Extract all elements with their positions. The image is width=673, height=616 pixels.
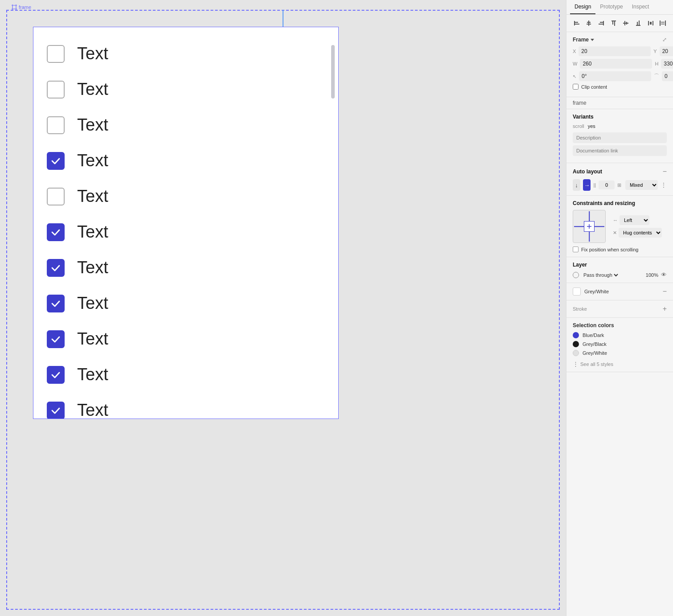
blend-mode-icon <box>573 272 579 278</box>
variants-value: yes <box>588 123 595 129</box>
corner-input[interactable] <box>662 71 673 81</box>
tab-design[interactable]: Design <box>570 0 595 14</box>
checklist-item: Text <box>47 214 325 250</box>
svg-rect-23 <box>661 22 665 23</box>
grey-black-swatch[interactable] <box>573 341 579 347</box>
checkbox-11[interactable] <box>47 402 65 419</box>
grey-white-swatch[interactable] <box>573 350 579 356</box>
h-constraint-select[interactable]: Left Right Center Scale Stretch <box>620 215 649 225</box>
svg-rect-16 <box>637 22 638 25</box>
checkbox-4[interactable] <box>47 152 65 170</box>
checklist-item: Text <box>47 36 325 72</box>
checklist: TextTextText TextText Text Text Text Tex… <box>33 27 338 419</box>
checklist-item: Text <box>47 393 325 419</box>
clip-content-checkbox[interactable] <box>573 84 579 90</box>
svg-rect-0 <box>574 21 575 25</box>
fill-swatch[interactable] <box>573 287 581 296</box>
auto-layout-collapse[interactable]: − <box>663 168 667 176</box>
y-input[interactable] <box>660 46 673 56</box>
fill-remove-btn[interactable]: − <box>663 287 667 296</box>
checkbox-1[interactable] <box>47 45 65 63</box>
svg-rect-21 <box>660 21 661 26</box>
item-label-7: Text <box>77 258 108 277</box>
see-all-styles-link[interactable]: ⋮ See all 5 styles <box>573 359 667 367</box>
canvas-area: frame TextTextText TextText Text Text Te… <box>0 0 566 616</box>
blue-dark-swatch[interactable] <box>573 332 579 338</box>
tab-prototype[interactable]: Prototype <box>595 0 627 14</box>
align-right-btn[interactable] <box>596 18 606 28</box>
distribute-h-btn[interactable] <box>646 18 656 28</box>
checkbox-3[interactable] <box>47 116 65 134</box>
checkbox-9[interactable] <box>47 330 65 348</box>
frame-section: Frame ⤢ X Y W H ↖ ⌒ ⊹ Clip content <box>566 32 673 97</box>
y-label: Y <box>653 49 657 54</box>
fix-scroll-checkbox[interactable] <box>573 246 579 252</box>
item-label-6: Text <box>77 222 108 242</box>
checklist-item: Text <box>47 72 325 107</box>
svg-rect-9 <box>611 21 616 21</box>
variants-title: Variants <box>573 114 594 120</box>
item-label-9: Text <box>77 329 108 349</box>
selection-colors-title: Selection colors <box>573 322 667 329</box>
checklist-item: Text <box>47 357 325 393</box>
frame-dropdown[interactable]: Frame <box>573 37 594 43</box>
al-wrap-select[interactable]: Mixed Wrap No wrap <box>625 180 658 190</box>
checkbox-10[interactable] <box>47 366 65 384</box>
align-top-btn[interactable] <box>609 18 619 28</box>
w-label: W <box>573 61 577 66</box>
al-right-btn[interactable]: → <box>583 179 591 191</box>
align-bottom-btn[interactable] <box>633 18 643 28</box>
fill-name: Grey/White <box>584 289 659 294</box>
checklist-item: Text <box>47 179 325 214</box>
align-center-v-btn[interactable] <box>584 18 594 28</box>
align-middle-btn[interactable] <box>621 18 631 28</box>
svg-rect-8 <box>599 24 603 25</box>
fullscreen-btn[interactable]: ⤢ <box>662 37 667 43</box>
scrollbar[interactable] <box>331 45 335 99</box>
checkbox-2[interactable] <box>47 81 65 99</box>
constraints-diagram <box>573 210 606 243</box>
w-input[interactable] <box>580 59 652 69</box>
svg-rect-13 <box>624 21 625 25</box>
constraints-title: Constraints and resizing <box>573 200 635 206</box>
al-gap-input[interactable] <box>599 181 615 189</box>
svg-rect-3 <box>588 21 589 26</box>
r-input[interactable] <box>579 71 651 81</box>
stroke-label: Stroke <box>573 306 659 312</box>
right-panel: Design Prototype Inspect <box>566 0 673 616</box>
stroke-add-btn[interactable]: + <box>663 305 667 313</box>
svg-rect-5 <box>587 24 591 25</box>
constraints-section: Constraints and resizing ↔ Left <box>566 196 673 257</box>
visibility-icon[interactable]: 👁 <box>661 271 667 278</box>
description-input[interactable] <box>573 132 667 143</box>
tab-inspect[interactable]: Inspect <box>628 0 654 14</box>
checkbox-7[interactable] <box>47 259 65 277</box>
opacity-input[interactable] <box>645 272 658 278</box>
frame-name-row: frame <box>566 97 673 109</box>
blend-mode-select[interactable]: Pass through Normal Multiply Screen <box>582 272 620 278</box>
al-more-btn[interactable]: ⋮ <box>661 181 667 189</box>
frame-section-title: Frame <box>573 37 589 43</box>
align-left-btn[interactable] <box>572 18 582 28</box>
svg-rect-4 <box>587 22 591 23</box>
checkbox-8[interactable] <box>47 295 65 312</box>
checklist-item: Text <box>47 143 325 179</box>
svg-rect-17 <box>639 21 640 25</box>
h-input[interactable] <box>661 59 673 69</box>
frame-name-canvas: frame <box>19 4 31 10</box>
center-guide-line <box>283 10 283 27</box>
al-gap-icon: || <box>593 182 596 188</box>
al-down-btn[interactable]: ↓ <box>573 179 580 191</box>
x-input[interactable] <box>579 46 651 56</box>
fix-scroll-label: Fix position when scrolling <box>581 247 638 252</box>
checkbox-5[interactable] <box>47 188 65 205</box>
doc-link-input[interactable] <box>573 145 667 156</box>
svg-rect-6 <box>603 21 604 25</box>
tidy-up-btn[interactable] <box>658 18 668 28</box>
svg-rect-1 <box>575 22 578 23</box>
v-constraint-select[interactable]: Hug contents Top Bottom Center Scale <box>619 228 662 238</box>
item-label-3: Text <box>77 115 108 135</box>
checkbox-6[interactable] <box>47 223 65 241</box>
item-label-2: Text <box>77 80 108 99</box>
sel-color-blue: Blue/Dark <box>573 332 667 338</box>
